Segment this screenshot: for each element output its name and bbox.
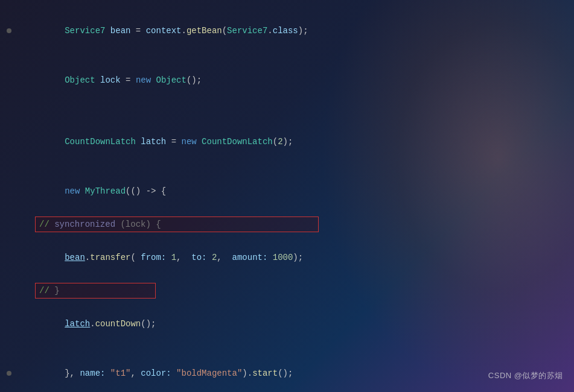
code-line-6-highlighted: // synchronized (lock) { [0,216,574,233]
line-content-4: CountDownLatch latch = new CountDownLatc… [18,118,574,166]
code-token: context [146,26,182,36]
gutter-10 [0,371,18,376]
code-token [80,186,85,196]
code-token: 1000 [273,253,293,262]
code-token: latch [65,319,90,329]
code-token: (); [278,368,293,378]
code-token [136,137,141,147]
code-editor: Service7 bean = context.getBean(Service7… [0,0,574,392]
code-token: CountDownLatch [202,137,273,147]
code-token: new [65,186,80,196]
code-token: getBean [187,26,222,36]
code-token: 2 [278,137,282,147]
code-token: = [121,75,136,85]
code-token: 1 [171,253,176,262]
code-line-8-highlighted: // } [0,282,574,299]
code-line-1: Service7 bean = context.getBean(Service7… [0,6,574,55]
code-line-5: new MyThread(() -> { [0,166,574,216]
code-token: bean [110,26,131,36]
code-token: Service7 [65,26,105,36]
code-token: . [181,26,186,36]
code-token: ); [293,253,303,262]
code-token [95,75,100,85]
code-token: Object [65,75,95,85]
code-token: new [136,75,151,85]
code-line-empty-1 [0,105,574,117]
code-token: ( [222,26,227,36]
code-token: CountDownLatch [65,137,136,147]
gutter-1 [0,28,18,33]
code-token: = [166,137,181,147]
code-line-2: Object lock = new Object(); [0,55,574,105]
code-token: ); [283,137,293,147]
code-line-4: CountDownLatch latch = new CountDownLatc… [0,117,574,166]
code-line-7: bean.transfer( from: 1, to: 2, amount: 1… [0,233,574,282]
code-token: "t1" [110,368,131,378]
code-token: latch [141,137,166,147]
code-token: ( [130,253,135,262]
code-token: (); [141,319,156,329]
code-token: Service7 [227,26,267,36]
code-token: (); [187,75,202,85]
code-token: . [90,319,95,329]
gutter-dot-1 [7,28,11,33]
code-token [151,75,156,85]
code-token: lock [100,75,121,85]
line-content-5: new MyThread(() -> { [18,167,574,215]
code-token: MyThread [85,186,126,196]
watermark: CSDN @似梦的苏烟 [488,370,563,381]
code-token: "boldMagenta" [176,368,242,378]
code-token-bean: bean [65,253,85,262]
code-token [105,26,110,36]
code-token: Object [156,75,187,85]
code-token: . [85,253,90,262]
gutter-dot-10 [7,371,11,376]
code-token [197,137,202,147]
code-line-9: latch.countDown(); [0,299,574,349]
code-token: class [273,26,298,36]
code-token: ). [242,368,252,378]
code-token: // synchronized (lock) { [39,220,161,229]
code-token: (() -> { [126,186,166,196]
line-content-2: Object lock = new Object(); [18,56,574,104]
code-token: = [130,26,145,36]
line-content-1: Service7 bean = context.getBean(Service7… [18,7,574,55]
code-token: start [252,368,278,378]
line-content-7: bean.transfer( from: 1, to: 2, amount: 1… [18,233,574,282]
code-token: ); [298,26,308,36]
code-token: countDown [95,319,141,329]
code-token: new [181,137,196,147]
code-token: transfer [90,253,130,262]
line-content-9: latch.countDown(); [18,300,574,348]
code-token: }, [65,368,80,378]
code-token: // } [39,286,60,296]
code-token: ( [273,137,278,147]
code-token: . [267,26,272,36]
